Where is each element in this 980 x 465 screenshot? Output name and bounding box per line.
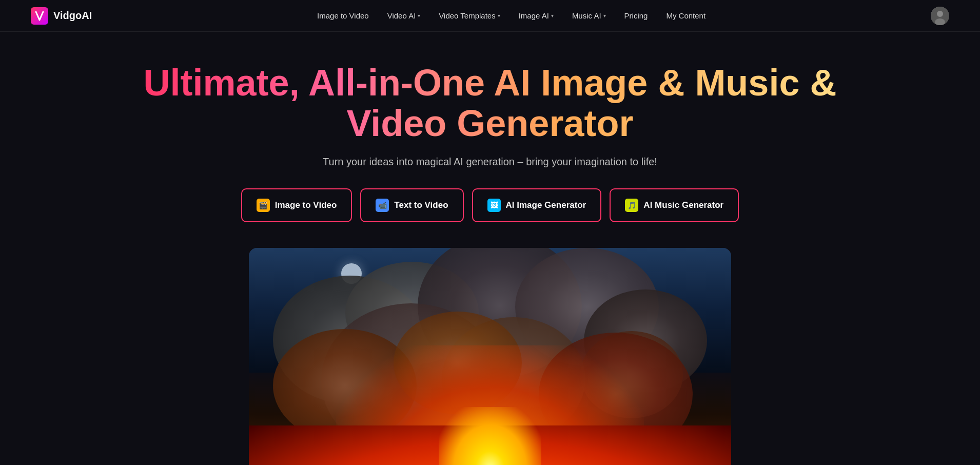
svg-point-1 [937,11,943,17]
image-to-video-icon: 🎬 [257,199,270,212]
nav-pricing[interactable]: Pricing [624,11,648,20]
navbar-nav: Image to Video Video AI ▾ Video Template… [317,11,705,20]
logo-icon [31,7,48,25]
navbar-user-area [931,7,949,25]
chevron-down-icon: ▾ [603,13,606,18]
cta-buttons-group: 🎬 Image to Video 📹 Text to Video 🖼 AI Im… [241,188,739,222]
nav-image-ai[interactable]: Image AI ▾ [519,11,554,20]
nav-video-ai[interactable]: Video AI ▾ [387,11,421,20]
nav-image-to-video[interactable]: Image to Video [317,11,369,20]
fire-bright [439,407,541,465]
cta-ai-image-generator[interactable]: 🖼 AI Image Generator [472,188,602,222]
video-scene [249,248,731,465]
cta-ai-music-generator[interactable]: 🎵 AI Music Generator [610,188,739,222]
navbar: VidgoAI Image to Video Video AI ▾ Video … [0,0,980,32]
cta-text-to-video[interactable]: 📹 Text to Video [360,188,463,222]
avatar[interactable] [931,7,949,25]
hero-subtitle: Turn your ideas into magical AI generati… [323,156,657,168]
ai-music-icon: 🎵 [625,199,638,212]
text-to-video-icon: 📹 [376,199,389,212]
chevron-down-icon: ▾ [498,13,500,18]
hero-title: Ultimate, All-in-One AI Image & Music & … [131,63,849,144]
nav-music-ai[interactable]: Music AI ▾ [572,11,606,20]
explosion [249,303,731,465]
chevron-down-icon: ▾ [418,13,420,18]
hero-section: Ultimate, All-in-One AI Image & Music & … [0,32,980,465]
navbar-logo-area: VidgoAI [31,7,92,25]
cta-image-to-video[interactable]: 🎬 Image to Video [241,188,352,222]
brand-name[interactable]: VidgoAI [53,10,92,22]
ai-image-icon: 🖼 [487,199,501,212]
chevron-down-icon: ▾ [551,13,554,18]
nav-my-content[interactable]: My Content [666,11,705,20]
nav-video-templates[interactable]: Video Templates ▾ [439,11,500,20]
video-preview [249,248,731,465]
